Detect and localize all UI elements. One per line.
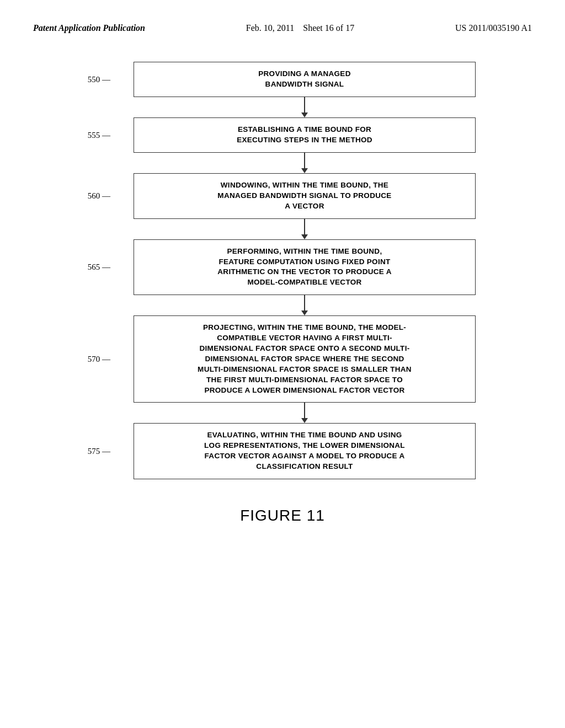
sheet-info: Sheet 16 of 17 [303,23,354,33]
patent-number: US 2011/0035190 A1 [455,22,532,34]
figure-label: FIGURE 11 [240,507,325,524]
step-570-label: 570 — [84,355,117,364]
step-555-box: ESTABLISHING A TIME BOUND FOREXECUTING S… [134,117,476,153]
step-555-label: 555 — [84,131,117,140]
publication-date: Feb. 10, 2011 [246,23,294,33]
header-center: Feb. 10, 2011 Sheet 16 of 17 [246,22,354,34]
arrow-head-5 [301,418,308,423]
arrow-head-2 [301,168,308,173]
page-header: Patent Application Publication Feb. 10, … [0,0,565,45]
step-560-box: WINDOWING, WITHIN THE TIME BOUND, THEMAN… [134,173,476,219]
arrow-line-1 [304,97,305,113]
step-570-box: PROJECTING, WITHIN THE TIME BOUND, THE M… [134,315,476,403]
step-550-label: 550 — [84,75,117,84]
main-content: 550 — PROVIDING A MANAGEDBANDWIDTH SIGNA… [0,45,565,541]
arrow-5 [89,403,476,423]
arrow-line-4 [304,295,305,311]
step-555-row: 555 — ESTABLISHING A TIME BOUND FOREXECU… [89,117,476,153]
arrow-line-5 [304,403,305,418]
step-575-box: EVALUATING, WITHIN THE TIME BOUND AND US… [134,423,476,479]
step-560-label: 560 — [84,191,117,201]
arrow-head-1 [301,113,308,117]
step-560-row: 560 — WINDOWING, WITHIN THE TIME BOUND, … [89,173,476,219]
arrow-head-3 [301,234,308,239]
step-550-box: PROVIDING A MANAGEDBANDWIDTH SIGNAL [134,62,476,97]
step-575-label: 575 — [84,447,117,456]
step-565-box: PERFORMING, WITHIN THE TIME BOUND,FEATUR… [134,239,476,296]
flow-diagram: 550 — PROVIDING A MANAGEDBANDWIDTH SIGNA… [89,62,476,479]
step-550-row: 550 — PROVIDING A MANAGEDBANDWIDTH SIGNA… [89,62,476,97]
arrow-head-4 [301,311,308,315]
arrow-4 [89,295,476,315]
arrow-1 [89,97,476,117]
arrow-3 [89,219,476,239]
step-565-label: 565 — [84,263,117,272]
arrow-line-2 [304,153,305,168]
step-575-row: 575 — EVALUATING, WITHIN THE TIME BOUND … [89,423,476,479]
arrow-line-3 [304,219,305,234]
publication-label: Patent Application Publication [33,22,145,34]
step-570-row: 570 — PROJECTING, WITHIN THE TIME BOUND,… [89,315,476,403]
arrow-2 [89,153,476,173]
step-565-row: 565 — PERFORMING, WITHIN THE TIME BOUND,… [89,239,476,296]
